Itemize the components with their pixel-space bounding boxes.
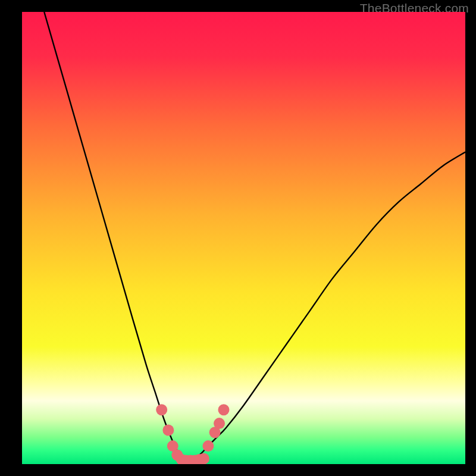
chart-svg <box>22 12 465 464</box>
marker-dot <box>156 404 167 415</box>
marker-dot <box>162 425 174 436</box>
marker-dot <box>202 440 214 452</box>
gradient-rect <box>22 12 465 464</box>
plot-area <box>22 12 465 464</box>
marker-dot <box>218 404 229 415</box>
marker-dot <box>214 418 225 429</box>
marker-dot <box>198 453 209 464</box>
chart-stage: TheBottleneck.com <box>0 0 476 476</box>
